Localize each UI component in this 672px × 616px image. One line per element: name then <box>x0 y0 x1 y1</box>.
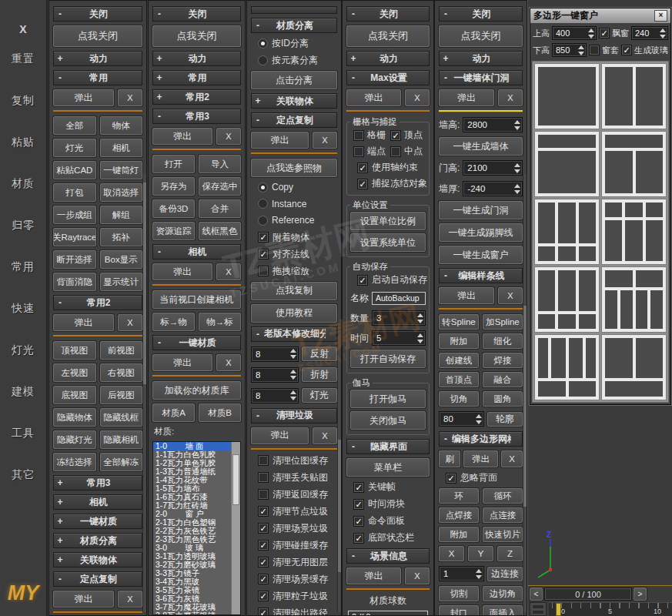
panel-button[interactable]: 物→标 <box>199 313 241 331</box>
rollup-toggle-icon[interactable]: + <box>153 53 165 64</box>
rollup-header[interactable]: +相机 <box>53 494 142 510</box>
panel-button[interactable]: 标→物 <box>152 313 195 331</box>
rollup-header[interactable]: +动力 <box>152 51 241 66</box>
checkbox-option[interactable]: ✓命令面板 <box>346 514 430 527</box>
panel-button[interactable]: 一步成组 <box>53 206 96 224</box>
window-preset[interactable] <box>601 131 667 197</box>
panel-button[interactable]: 关Raytrace <box>53 228 96 246</box>
panel-button[interactable]: 一键筒灯 <box>100 161 143 179</box>
spinner-arrows[interactable] <box>512 120 522 130</box>
popout-button[interactable]: 弹出 <box>346 89 401 106</box>
window-trim-checkbox[interactable] <box>589 45 600 55</box>
rollup-toggle-icon[interactable]: + <box>347 53 359 64</box>
radio-option[interactable]: Reference <box>251 214 337 227</box>
list-item[interactable]: 2-3瓦力黑色铁艺 <box>153 535 240 544</box>
trackbar-filter-icon[interactable] <box>530 602 547 616</box>
spin-up-icon[interactable] <box>290 370 296 373</box>
panel-button[interactable]: 点我关闭 <box>53 25 142 47</box>
panel-button[interactable]: 全部解冻 <box>100 453 143 471</box>
close-x-button[interactable]: X <box>313 132 337 149</box>
rollup-header[interactable]: +常用2 <box>152 89 241 105</box>
rollup-header[interactable]: +关联物体 <box>53 552 142 567</box>
checkbox-option[interactable]: ✓清理无用图层 <box>251 556 337 569</box>
close-x-button[interactable]: X <box>501 450 523 467</box>
panel-button[interactable]: 合并 <box>199 199 241 218</box>
list-item[interactable]: 3-0 玻 璃 <box>153 544 240 552</box>
list-item[interactable]: 3-7瓦力魔花玻璃 <box>153 603 240 611</box>
panel-button[interactable]: 圆角 <box>483 391 523 407</box>
panel-button[interactable]: X <box>439 546 464 561</box>
list-item[interactable]: 3-6瓦力灰镜 <box>153 594 240 603</box>
rollup-toggle-icon[interactable]: + <box>54 477 66 488</box>
window-preset[interactable] <box>601 199 667 265</box>
spinner-arrows[interactable] <box>288 390 298 400</box>
rollup-toggle-icon[interactable]: - <box>54 72 66 83</box>
rollup-toggle-icon[interactable]: + <box>54 53 66 64</box>
next-frame-button[interactable]: > <box>634 588 647 601</box>
window-preset[interactable] <box>534 131 600 197</box>
panel-button[interactable]: 一键生成踢脚线 <box>439 223 523 242</box>
rollup-header[interactable]: +材质分离 <box>53 533 142 548</box>
checkbox-option[interactable]: ✓清理节点垃圾 <box>251 505 337 518</box>
spinner-arrows[interactable] <box>657 28 667 38</box>
window-preset[interactable] <box>534 199 600 265</box>
rollup-header[interactable]: -编辑样条线 <box>439 268 523 283</box>
rollup-header[interactable]: +动力 <box>439 51 523 66</box>
prev-frame-button[interactable]: < <box>530 588 543 601</box>
list-item[interactable]: 1-5瓦力墙布 <box>153 484 240 493</box>
list-item[interactable]: 1-4瓦力花纹带 <box>153 476 240 484</box>
checkbox-option[interactable]: 中点 <box>390 145 426 158</box>
panel-button[interactable]: 材质A <box>152 403 195 422</box>
panel-button[interactable]: 隐藏线框 <box>100 408 143 427</box>
material-list[interactable]: 1-0 墙 面1-1瓦力白色乳胶1-2瓦力单色乳胶1-3瓦力普通墙纸1-4瓦力花… <box>152 441 241 615</box>
panel-button[interactable]: 关闭伽马 <box>350 411 426 430</box>
panel-button[interactable]: Box显示 <box>100 250 143 269</box>
panel-button[interactable]: 使用教程 <box>251 304 337 323</box>
panel-button[interactable]: 焊接 <box>483 353 523 368</box>
panel-button[interactable]: 隐藏物体 <box>53 408 96 427</box>
panel-button[interactable]: 一键生成墙体 <box>439 137 523 156</box>
panel-button[interactable]: 反射 <box>302 346 337 361</box>
popout-button[interactable]: 弹出 <box>53 591 114 608</box>
panel-button[interactable]: 加载你的材质库 <box>152 381 241 400</box>
panel-button[interactable]: 打包 <box>53 183 96 202</box>
panel-button[interactable]: 顶视图 <box>53 341 96 360</box>
panel-button[interactable]: 当前视口创建相机 <box>152 290 241 309</box>
checkbox-option[interactable]: ✓底部状态栏 <box>346 531 430 544</box>
rollup-toggle-icon[interactable]: - <box>440 8 452 19</box>
rollup-header[interactable]: -清理垃圾 <box>251 408 337 424</box>
spin-down-icon[interactable] <box>417 340 423 343</box>
window-preset[interactable] <box>534 63 600 129</box>
rollup-toggle-icon[interactable]: + <box>252 95 264 106</box>
checkbox-option[interactable]: ✓启动自动保存 <box>350 273 426 286</box>
panel-button[interactable]: 点我关闭 <box>346 25 430 47</box>
list-item[interactable]: 1-0 墙 面 <box>153 442 240 450</box>
panel-button[interactable]: 面插入 <box>483 605 523 616</box>
spinner-field[interactable]: 8 <box>251 367 299 383</box>
checkbox-option[interactable]: ✓捕捉冻结对象 <box>350 177 426 190</box>
popout-button[interactable]: 弹出 <box>53 314 114 331</box>
popout-button[interactable]: 弹出 <box>152 354 212 371</box>
scrollbar-thumb[interactable] <box>232 454 239 505</box>
rollup-header[interactable]: +关联物体 <box>251 93 337 109</box>
close-x-button[interactable]: X <box>118 591 142 608</box>
close-x-button[interactable]: X <box>216 354 241 371</box>
scrollbar-thumb[interactable] <box>523 306 527 507</box>
scrollbar-thumb[interactable] <box>143 182 146 384</box>
spinner-field[interactable]: 1 <box>439 566 484 581</box>
rollup-header[interactable]: +动力 <box>53 51 142 66</box>
list-item[interactable]: 1-6瓦力真石漆 <box>153 493 240 501</box>
spinner-field[interactable]: 5 <box>372 330 426 346</box>
sidebar-item[interactable]: 其它 <box>12 468 35 482</box>
rollup-header[interactable]: +动力 <box>346 51 430 66</box>
checkbox-option[interactable]: ✓清理输出路径 <box>251 607 337 616</box>
panel-button[interactable]: 切角 <box>439 391 479 407</box>
dialog-titlebar[interactable]: 多边形一键窗户 × <box>530 8 670 23</box>
window-preset[interactable] <box>601 266 667 333</box>
rollup-toggle-icon[interactable]: + <box>54 554 66 565</box>
rollup-toggle-icon[interactable]: - <box>252 20 264 31</box>
panel-button[interactable]: 打开自动保存 <box>350 350 426 368</box>
checkbox-option[interactable]: ✓对齐法线 <box>251 248 337 261</box>
panel-button[interactable]: 点击分离 <box>251 71 337 89</box>
panel-button[interactable]: 右视图 <box>100 363 143 382</box>
